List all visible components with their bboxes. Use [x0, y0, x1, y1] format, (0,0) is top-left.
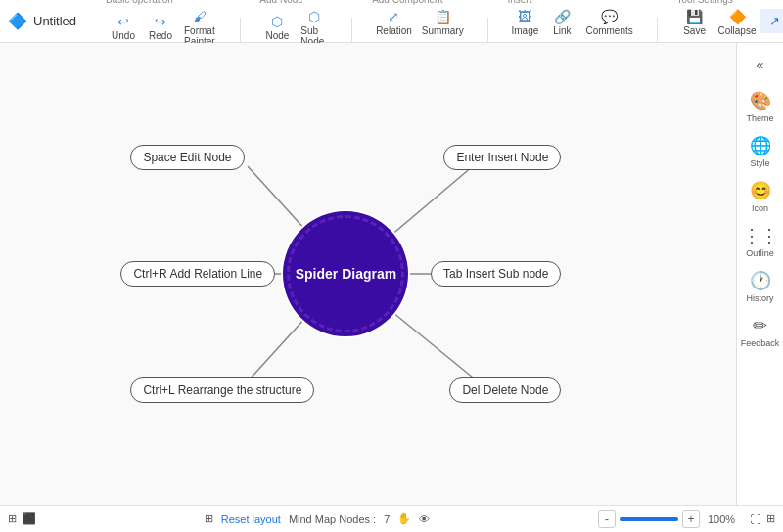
eye-icon: 👁 [419, 513, 430, 525]
toolbar-group-basic-label: Basic operation [106, 0, 173, 5]
node-enter-insert[interactable]: Enter Insert Node [443, 145, 561, 170]
spider-diagram: Spider Diagram Space Edit Node Enter Ins… [120, 117, 571, 430]
collapse-button[interactable]: 🔶 Collapse [714, 7, 760, 38]
header: 🔷 Untitled Basic operation ↩ Undo ↪ Redo… [0, 0, 783, 43]
image-button[interactable]: 🖼 Image [507, 7, 542, 38]
app-icon: 🔷 [8, 12, 27, 30]
reset-layout-icon: ⊞ [205, 512, 213, 525]
zoom-slider[interactable] [620, 517, 678, 521]
panel-item-icon[interactable]: 😊 Icon [740, 176, 781, 217]
panel-item-theme[interactable]: 🎨 Theme [740, 86, 781, 127]
toolbar-group-basic: Basic operation ↩ Undo ↪ Redo 🖌 Format P… [106, 0, 220, 49]
toolbar-group-tool-settings: Tool Settings 💾 Save 🔶 Collapse [677, 0, 760, 38]
share-button[interactable]: ↗ Share [760, 9, 783, 33]
panel-item-feedback[interactable]: ✏ Feedback [740, 311, 781, 352]
app-title: 🔷 Untitled [8, 12, 86, 30]
panel-collapse-toggle[interactable]: « [747, 51, 774, 78]
header-actions: ↗ Share ⬆ Export [760, 9, 783, 33]
zoom-slider-fill [620, 517, 678, 521]
toolbar-group-add-node: Add Node ⬡ Node ⬡ Sub Node [259, 0, 332, 49]
panel-item-history[interactable]: 🕐 History [740, 266, 781, 307]
main: Spider Diagram Space Edit Node Enter Ins… [0, 43, 783, 505]
toolbar-group-insert-label: Insert [507, 0, 531, 5]
redo-icon: ↪ [155, 14, 166, 29]
statusbar-left: ⊞ ⬛ [8, 512, 36, 525]
statusbar-right: - + 100% ⛶ ⊞ [598, 510, 775, 528]
history-icon: 🕐 [750, 270, 771, 291]
toolbar-tool-settings-buttons: 💾 Save 🔶 Collapse [677, 7, 760, 38]
summary-button[interactable]: 📋 Summary [418, 7, 468, 38]
hand-icon: ✋ [397, 512, 411, 525]
zoom-plus-button[interactable]: + [682, 510, 700, 528]
center-node[interactable]: Spider Diagram [287, 215, 404, 332]
toolbar-add-component-buttons: ⤢ Relation 📋 Summary [372, 7, 468, 38]
share-icon: ↗ [769, 14, 780, 28]
feedback-icon: ✏ [753, 315, 767, 336]
save-icon: 💾 [686, 9, 703, 24]
node-tab-sub[interactable]: Tab Insert Sub node [431, 261, 561, 287]
statusbar-center: ⊞ Reset layout Mind Map Nodes : 7 ✋ 👁 [46, 512, 588, 525]
image-icon: 🖼 [518, 9, 531, 24]
relation-button[interactable]: ⤢ Relation [372, 7, 416, 38]
nodes-count: 7 [384, 513, 390, 525]
nodes-label: Mind Map Nodes : [289, 513, 376, 525]
comments-icon: 💬 [601, 9, 618, 24]
toolbar-group-add-component: Add Component ⤢ Relation 📋 Summary [372, 0, 468, 38]
zoom-minus-button[interactable]: - [598, 510, 616, 528]
node-del-delete[interactable]: Del Delete Node [449, 377, 561, 403]
comments-button[interactable]: 💬 Comments [581, 7, 636, 38]
panel-item-style[interactable]: 🌐 Style [740, 131, 781, 172]
node-space-edit[interactable]: Space Edit Node [130, 145, 244, 170]
format-painter-icon: 🖌 [193, 9, 207, 24]
node-ctrl-r-relation[interactable]: Ctrl+R Add Relation Line [120, 261, 275, 287]
app-title-text: Untitled [33, 14, 76, 28]
toolbar-group-add-component-label: Add Component [372, 0, 442, 5]
undo-icon: ↩ [117, 14, 129, 29]
relation-icon: ⤢ [388, 9, 399, 24]
right-panel: « 🎨 Theme 🌐 Style 😊 Icon ⋮⋮ Outline 🕐 Hi… [736, 43, 783, 505]
statusbar: ⊞ ⬛ ⊞ Reset layout Mind Map Nodes : 7 ✋ … [0, 505, 783, 532]
outline-icon: ⋮⋮ [743, 225, 778, 246]
save-button[interactable]: 💾 Save [677, 7, 713, 38]
link-button[interactable]: 🔗 Link [544, 7, 579, 38]
toolbar-group-tool-settings-label: Tool Settings [677, 0, 733, 5]
reset-layout-label[interactable]: Reset layout [221, 513, 281, 525]
style-icon: 🌐 [750, 135, 771, 156]
toolbar-group-add-node-label: Add Node [259, 0, 302, 5]
expand-icon[interactable]: ⊞ [766, 512, 775, 525]
panel-item-outline[interactable]: ⋮⋮ Outline [740, 221, 781, 262]
theme-icon: 🎨 [750, 90, 771, 111]
statusbar-icon-2: ⬛ [23, 512, 36, 525]
icon-icon: 😊 [750, 180, 771, 201]
canvas[interactable]: Spider Diagram Space Edit Node Enter Ins… [0, 43, 736, 505]
statusbar-icon-1: ⊞ [8, 512, 17, 525]
toolbar-insert-buttons: 🖼 Image 🔗 Link 💬 Comments [507, 7, 636, 38]
collapse-icon: 🔶 [729, 9, 746, 24]
link-icon: 🔗 [554, 9, 571, 24]
zoom-percent: 100% [708, 513, 742, 525]
toolbar: Basic operation ↩ Undo ↪ Redo 🖌 Format P… [86, 0, 760, 49]
sub-node-icon: ⬡ [308, 9, 320, 24]
node-icon: ⬡ [271, 14, 283, 29]
fullscreen-icon[interactable]: ⛶ [750, 513, 760, 525]
summary-icon: 📋 [435, 9, 451, 24]
toolbar-group-insert: Insert 🖼 Image 🔗 Link 💬 Comments [507, 0, 636, 38]
node-ctrl-l-rearrange[interactable]: Ctrl+L Rearrange the structure [130, 377, 314, 403]
